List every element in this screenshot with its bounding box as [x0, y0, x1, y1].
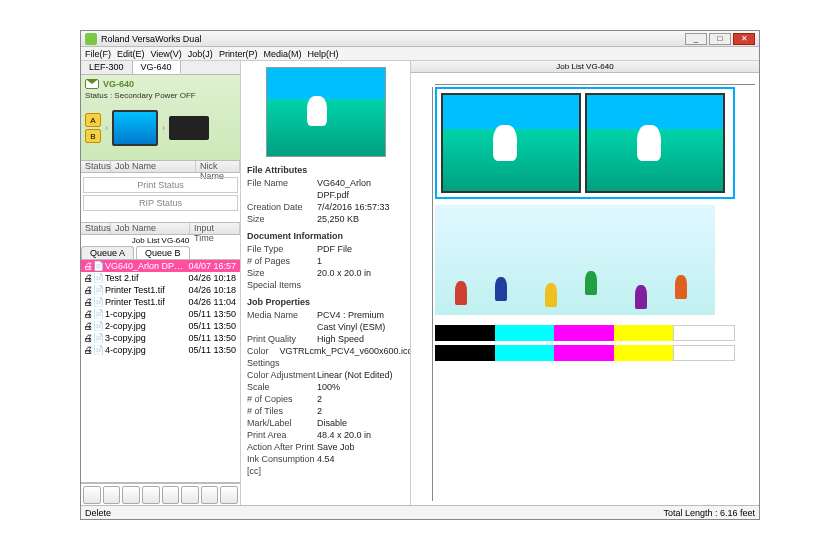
queue-b-icon[interactable]: B: [85, 129, 101, 143]
selected-artboard[interactable]: [435, 87, 735, 199]
tab-lef300[interactable]: LEF-300: [81, 61, 133, 74]
kv-row: # of Tiles2: [247, 405, 404, 417]
kv-value: 7/4/2016 16:57:33: [317, 201, 404, 213]
kv-row: File NameVG640_Arlon DPF.pdf: [247, 177, 404, 201]
kv-key: Mark/Label: [247, 417, 317, 429]
job-time: 04/26 11:04: [188, 297, 238, 307]
job-type-icon: 📄: [93, 285, 103, 295]
kv-value: High Speed: [317, 333, 404, 345]
job-row[interactable]: 🖨📄VG640_Arlon DPF.pdf04/07 16:57: [81, 260, 240, 272]
job-row[interactable]: 🖨📄Test 2.tif04/26 10:18: [81, 272, 240, 284]
tb-btn-1[interactable]: [83, 486, 101, 504]
kv-row: Color SettingsVGTRLcmk_PCV4_v600x600.icc: [247, 345, 404, 369]
kv-row: Media NamePCV4 : Premium Cast Vinyl (ESM…: [247, 309, 404, 333]
kv-key: Scale: [247, 381, 317, 393]
menu-edit[interactable]: Edit(E): [117, 49, 145, 59]
job-row[interactable]: 🖨📄2-copy.jpg05/11 13:50: [81, 320, 240, 332]
queue-a-tab[interactable]: Queue A: [81, 246, 134, 259]
kv-value: 100%: [317, 381, 404, 393]
job-row[interactable]: 🖨📄4-copy.jpg05/11 13:50: [81, 344, 240, 356]
job-time: 05/11 13:50: [188, 345, 238, 355]
job-type-icon: 📄: [93, 309, 103, 319]
tb-btn-7[interactable]: [201, 486, 219, 504]
menu-job[interactable]: Job(J): [188, 49, 213, 59]
menu-file[interactable]: File(F): [85, 49, 111, 59]
kv-row: Creation Date7/4/2016 16:57:33: [247, 201, 404, 213]
kv-value: Linear (Not Edited): [317, 369, 404, 381]
kv-row: Special Items: [247, 279, 404, 291]
queue-b-tab[interactable]: Queue B: [136, 246, 190, 259]
device-tabs: LEF-300 VG-640: [81, 61, 240, 75]
maximize-button[interactable]: □: [709, 33, 731, 45]
tb-btn-6[interactable]: [181, 486, 199, 504]
kv-value: 2: [317, 393, 404, 405]
preview-image-2[interactable]: [585, 93, 725, 193]
tb-btn-8[interactable]: [220, 486, 238, 504]
job-name: 3-copy.jpg: [103, 333, 188, 343]
tb-btn-4[interactable]: [142, 486, 160, 504]
envelope-icon: [85, 79, 99, 89]
job-name: Printer Test1.tif: [103, 285, 188, 295]
kv-value: 2: [317, 405, 404, 417]
kv-row: Color AdjustmentLinear (Not Edited): [247, 369, 404, 381]
kv-value: 25,250 KB: [317, 213, 404, 225]
minimize-button[interactable]: _: [685, 33, 707, 45]
titlebar[interactable]: Roland VersaWorks Dual _ □ ✕: [81, 31, 759, 47]
kv-key: File Type: [247, 243, 317, 255]
kv-key: File Name: [247, 177, 317, 201]
job-thumbnail: [266, 67, 386, 157]
menu-printer[interactable]: Printer(P): [219, 49, 258, 59]
color-bar-1: [435, 325, 735, 341]
hdr2-status: Status: [81, 223, 111, 234]
menu-media[interactable]: Media(M): [263, 49, 301, 59]
menu-help[interactable]: Help(H): [307, 49, 338, 59]
job-list[interactable]: 🖨📄VG640_Arlon DPF.pdf04/07 16:57🖨📄Test 2…: [81, 260, 240, 483]
tb-btn-3[interactable]: [122, 486, 140, 504]
job-row[interactable]: 🖨📄3-copy.jpg05/11 13:50: [81, 332, 240, 344]
kv-value: 4.54: [317, 453, 404, 477]
preview-image-people[interactable]: [435, 205, 715, 315]
preview-canvas[interactable]: [411, 73, 759, 505]
hdr-jobname: Job Name: [111, 161, 196, 172]
kv-row: Size25,250 KB: [247, 213, 404, 225]
kv-value: 20.0 x 20.0 in: [317, 267, 404, 279]
info-panel: File Attributes File NameVG640_Arlon DPF…: [241, 61, 411, 505]
menubar: File(F) Edit(E) View(V) Job(J) Printer(P…: [81, 47, 759, 61]
job-row[interactable]: 🖨📄Printer Test1.tif04/26 11:04: [81, 296, 240, 308]
job-name: Printer Test1.tif: [103, 297, 188, 307]
kv-row: File TypePDF File: [247, 243, 404, 255]
job-time: 04/26 10:18: [188, 273, 238, 283]
job-row[interactable]: 🖨📄1-copy.jpg05/11 13:50: [81, 308, 240, 320]
kv-value: 1: [317, 255, 404, 267]
kv-key: # of Tiles: [247, 405, 317, 417]
tab-vg640[interactable]: VG-640: [133, 61, 181, 74]
job-name: 2-copy.jpg: [103, 321, 188, 331]
preview-image-1[interactable]: [441, 93, 581, 193]
queue-a-icon[interactable]: A: [85, 113, 101, 127]
kv-value: Disable: [317, 417, 404, 429]
job-time: 05/11 13:50: [188, 309, 238, 319]
kv-key: Creation Date: [247, 201, 317, 213]
tb-btn-2[interactable]: [103, 486, 121, 504]
kv-key: Size: [247, 267, 317, 279]
device-status: Status : Secondary Power OFF: [85, 91, 236, 100]
job-props-list: Media NamePCV4 : Premium Cast Vinyl (ESM…: [247, 309, 404, 477]
job-status-icon: 🖨: [83, 309, 93, 319]
job-type-icon: 📄: [93, 273, 103, 283]
job-status-icon: 🖨: [83, 333, 93, 343]
kv-key: Color Settings: [247, 345, 280, 369]
print-status-bar: Print Status: [83, 177, 238, 193]
kv-row: Action After PrintSave Job: [247, 441, 404, 453]
menu-view[interactable]: View(V): [151, 49, 182, 59]
status-list-header: Status Job Name Nick Name: [81, 161, 240, 173]
hdr-nick: Nick Name: [196, 161, 240, 172]
ruler-vertical: [423, 87, 433, 501]
kv-key: Size: [247, 213, 317, 225]
close-button[interactable]: ✕: [733, 33, 755, 45]
device-diagram: A B › ›: [85, 104, 236, 152]
kv-value: [317, 279, 404, 291]
kv-row: Scale100%: [247, 381, 404, 393]
job-row[interactable]: 🖨📄Printer Test1.tif04/26 10:18: [81, 284, 240, 296]
status-panel: Print Status RIP Status: [81, 173, 240, 223]
tb-btn-5[interactable]: [162, 486, 180, 504]
